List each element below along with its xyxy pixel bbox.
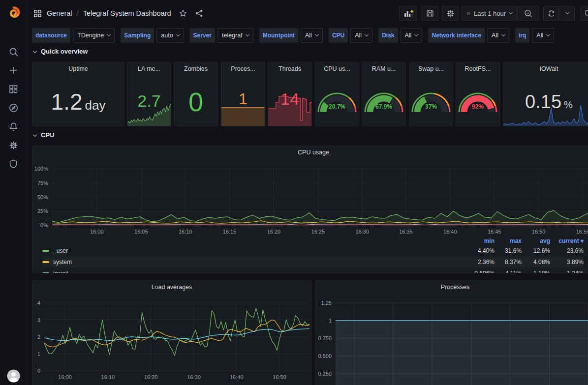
- panel-title: RootFS...: [456, 65, 499, 72]
- svg-text:16:10: 16:10: [179, 229, 192, 235]
- filter-server: Servertelegraf: [190, 28, 253, 43]
- panel-rootfs-gauge[interactable]: RootFS...92%: [456, 62, 500, 126]
- stat-value: 0: [174, 89, 217, 115]
- filter-label[interactable]: Mountpoint: [259, 28, 298, 43]
- panel-la-medium[interactable]: LA me...2.7: [127, 62, 171, 126]
- filter-value-dropdown[interactable]: telegraf: [217, 28, 253, 43]
- panel-iowait[interactable]: IOWait0.15%: [503, 62, 588, 126]
- panel-title: Zombies: [174, 65, 217, 72]
- filter-value: All: [405, 32, 412, 39]
- panel-title: RAM u...: [362, 65, 405, 72]
- filter-label[interactable]: datasource: [32, 28, 70, 43]
- legend-row[interactable]: _user4.40%31.6%12.6%23.6%: [42, 245, 584, 256]
- breadcrumb-folder[interactable]: General: [47, 9, 72, 17]
- explore-icon[interactable]: [8, 102, 19, 113]
- legend-name-text: iowait: [53, 270, 68, 274]
- filter-label[interactable]: CPU: [329, 28, 348, 43]
- svg-text:16:00: 16:00: [90, 229, 104, 235]
- gauge: 37%: [409, 81, 453, 115]
- filter-value-dropdown[interactable]: All: [487, 28, 509, 43]
- time-range-picker[interactable]: Last 1 hour: [462, 6, 517, 21]
- legend-col-current[interactable]: current ▾: [550, 237, 584, 244]
- panel-uptime[interactable]: Uptime1.2day: [32, 62, 124, 126]
- filter-label[interactable]: irq: [515, 28, 529, 43]
- filter-value: All: [355, 32, 362, 39]
- section-quick-overview[interactable]: Quick overview: [33, 48, 88, 55]
- svg-text:1: 1: [37, 351, 40, 357]
- panel-threads[interactable]: Threads14: [268, 62, 312, 126]
- filter-value-dropdown[interactable]: All: [401, 28, 423, 43]
- filter-irq: irqAll: [515, 28, 554, 43]
- legend-value-min: 4.40%: [463, 247, 495, 254]
- section-cpu[interactable]: CPU: [33, 131, 54, 139]
- server-admin-icon[interactable]: [8, 158, 19, 169]
- stat-value-number: 0: [188, 89, 203, 115]
- filter-value-dropdown[interactable]: All: [301, 28, 323, 43]
- search-icon[interactable]: [8, 46, 19, 57]
- stat-value: 2.7: [127, 92, 171, 109]
- legend-col-max[interactable]: max: [495, 237, 522, 244]
- chevron-down-icon: [176, 32, 180, 36]
- create-icon[interactable]: [8, 65, 19, 76]
- configuration-icon[interactable]: [8, 140, 19, 150]
- panel-ram-usage-gauge[interactable]: RAM u...67.9%: [362, 62, 406, 126]
- panel-cpu-usage-gauge[interactable]: CPU us...20.7%: [315, 62, 359, 126]
- filter-value: auto: [161, 32, 173, 39]
- sidebar-nav: [0, 46, 27, 169]
- zoom-out-button[interactable]: [517, 6, 539, 21]
- add-panel-button[interactable]: [399, 6, 417, 21]
- svg-text:50%: 50%: [37, 194, 48, 200]
- filter-value: All: [492, 32, 498, 39]
- panel-cpu-usage-chart[interactable]: CPU usage100%75%50%25%0%16:0016:0516:101…: [32, 146, 588, 273]
- chart-canvas[interactable]: 1.2510.7500.5000.250: [316, 281, 588, 385]
- chevron-down-icon: [414, 32, 418, 36]
- refresh-interval-dropdown[interactable]: [559, 6, 575, 21]
- legend-col-min[interactable]: min: [463, 237, 495, 244]
- time-range-label: Last 1 hour: [474, 10, 506, 17]
- filter-value: All: [536, 32, 543, 39]
- legend-swatch: [42, 261, 49, 263]
- dashboard-settings-button[interactable]: [442, 6, 459, 21]
- panel-processes-chart[interactable]: Processes1.2510.7500.5000.250: [315, 280, 588, 385]
- alerting-icon[interactable]: [8, 121, 19, 132]
- save-dashboard-button[interactable]: [422, 6, 438, 21]
- sort-caret-icon: ▾: [579, 237, 584, 244]
- legend-col-avg[interactable]: avg: [522, 237, 550, 244]
- filter-label[interactable]: Server: [190, 28, 215, 43]
- filter-label[interactable]: Network interface: [428, 28, 485, 43]
- filter-label[interactable]: Disk: [378, 28, 398, 43]
- filter-value-dropdown[interactable]: auto: [156, 28, 184, 43]
- breadcrumb-separator: /: [77, 9, 79, 17]
- panel-processes-stat[interactable]: Proces...1: [221, 62, 265, 126]
- filter-value-dropdown[interactable]: All: [532, 28, 554, 43]
- cycle-view-mode-button[interactable]: [581, 6, 588, 21]
- star-icon[interactable]: [179, 9, 187, 18]
- chevron-down-icon: [107, 32, 111, 36]
- legend-row[interactable]: iowait0.696%4.11%1.18%1.24%: [42, 267, 584, 273]
- filter-label[interactable]: Sampling: [121, 28, 154, 43]
- stat-value: 0.15%: [503, 92, 588, 111]
- filter-value-dropdown[interactable]: All: [350, 28, 372, 43]
- filter-value-dropdown[interactable]: TDengine: [73, 28, 115, 43]
- panel-zombies[interactable]: Zombies0: [174, 62, 218, 126]
- dashboard-title[interactable]: Telegraf System Dashboard: [83, 9, 171, 17]
- legend-series-name: system: [42, 259, 463, 266]
- refresh-button[interactable]: [543, 6, 559, 21]
- svg-text:16:45: 16:45: [488, 229, 501, 235]
- share-icon[interactable]: [195, 9, 204, 18]
- filter-value: All: [305, 32, 312, 39]
- panel-swap-usage-gauge[interactable]: Swap u...37%: [409, 62, 453, 126]
- sparkline: [221, 107, 265, 126]
- stat-value-number: 1: [239, 91, 248, 107]
- legend-row[interactable]: system2.36%8.37%4.08%3.89%: [42, 256, 584, 267]
- chart-canvas[interactable]: 4321016:0016:1016:2016:3016:4016:50: [32, 281, 311, 385]
- grafana-logo[interactable]: [7, 5, 21, 19]
- svg-text:0.250: 0.250: [318, 371, 332, 377]
- panel-load-averages[interactable]: Load averages4321016:0016:1016:2016:3016…: [32, 280, 311, 385]
- dashboards-icon[interactable]: [8, 84, 19, 94]
- svg-text:1.25: 1.25: [321, 300, 332, 306]
- svg-text:16:25: 16:25: [311, 229, 325, 235]
- svg-text:2: 2: [37, 334, 40, 340]
- user-avatar[interactable]: [7, 369, 20, 383]
- chevron-down-icon: [33, 49, 37, 53]
